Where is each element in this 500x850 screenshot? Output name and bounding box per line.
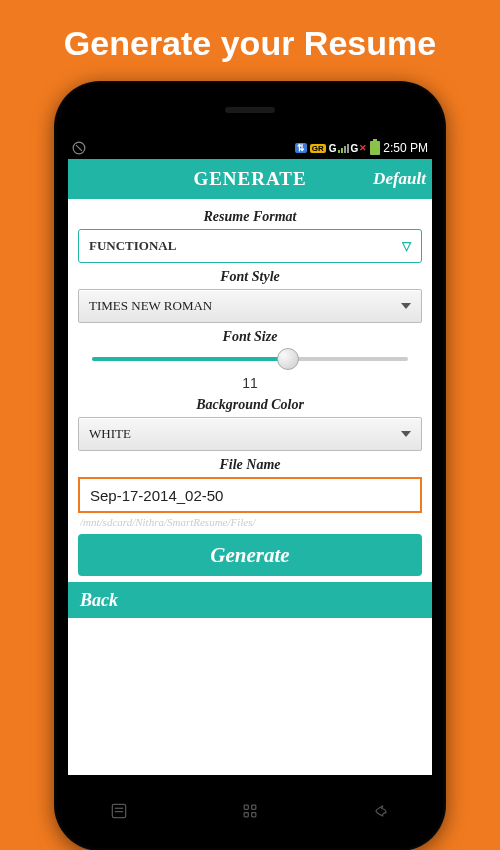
back-button[interactable]: Back [80,590,118,611]
file-path-text: /mnt/sdcard/Nithra/SmartResume/Files/ [80,516,420,528]
dropdown-triangle-icon [401,431,411,437]
promo-title: Generate your Resume [0,0,500,81]
resume-format-select[interactable]: FUNCTIONAL ▽ [78,229,422,263]
slider-track [92,357,408,361]
chevron-down-icon: ▽ [402,239,411,254]
slider-thumb[interactable] [277,348,299,370]
font-style-select[interactable]: TIMES NEW ROMAN [78,289,422,323]
data-icon: ⇅ [295,143,307,153]
app-header: GENERATE Default [68,159,432,199]
bg-color-value: WHITE [89,426,131,442]
nav-home-icon[interactable] [236,797,264,825]
phone-frame: ⇅ GR G G✕ 2:50 PM GENERATE Default Resum… [54,81,446,850]
generate-button[interactable]: Generate [78,534,422,576]
status-bar: ⇅ GR G G✕ 2:50 PM [68,137,432,159]
signal-1-icon: G [329,143,348,154]
bg-color-label: Background Color [78,397,422,413]
resume-format-label: Resume Format [78,209,422,225]
font-size-slider[interactable] [78,349,422,361]
font-size-value: 11 [78,375,422,391]
gr-badge-icon: GR [310,144,326,153]
svg-rect-2 [115,808,123,809]
hardware-nav [54,791,446,831]
slider-fill [92,357,288,361]
svg-rect-3 [115,811,123,812]
no-sync-icon [72,141,86,155]
font-style-value: TIMES NEW ROMAN [89,298,212,314]
nav-back-icon[interactable] [367,797,395,825]
nav-menu-icon[interactable] [105,797,133,825]
svg-rect-4 [244,805,248,809]
file-name-value: Sep-17-2014_02-50 [90,487,223,504]
svg-rect-5 [252,805,256,809]
svg-rect-7 [252,813,256,817]
bottom-bar: Back [68,582,432,618]
phone-screen: ⇅ GR G G✕ 2:50 PM GENERATE Default Resum… [68,137,432,775]
dropdown-triangle-icon [401,303,411,309]
resume-format-value: FUNCTIONAL [89,238,176,254]
app-body: Resume Format FUNCTIONAL ▽ Font Style TI… [68,199,432,582]
default-button[interactable]: Default [373,169,426,189]
status-time: 2:50 PM [383,141,428,155]
battery-icon [370,141,380,155]
file-name-label: File Name [78,457,422,473]
bg-color-select[interactable]: WHITE [78,417,422,451]
signal-2-icon: G✕ [351,143,368,154]
font-style-label: Font Style [78,269,422,285]
file-name-input[interactable]: Sep-17-2014_02-50 [78,477,422,513]
font-size-label: Font Size [78,329,422,345]
svg-rect-6 [244,813,248,817]
